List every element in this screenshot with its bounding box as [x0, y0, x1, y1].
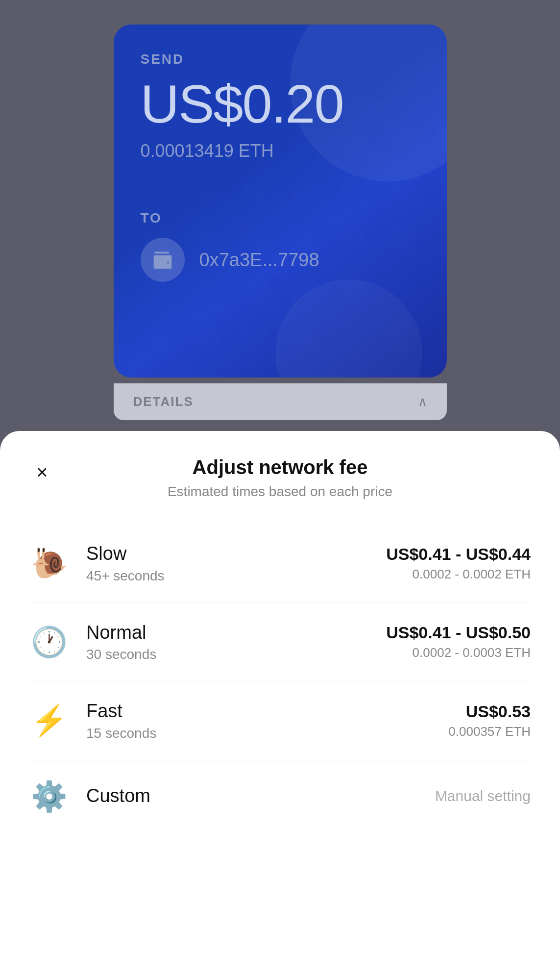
fee-price-usd-fast: US$0.53: [448, 702, 531, 721]
fee-name-normal: Normal: [86, 622, 386, 644]
fast-icon: ⚡: [29, 703, 69, 738]
details-bar[interactable]: DETAILS ∧: [114, 383, 447, 420]
close-button[interactable]: ×: [29, 459, 55, 485]
chevron-up-icon: ∧: [418, 394, 427, 409]
fee-price-slow: US$0.41 - US$0.44 0.0002 - 0.0002 ETH: [386, 545, 531, 582]
fee-price-eth-slow: 0.0002 - 0.0002 ETH: [386, 567, 531, 582]
slow-icon: 🐌: [29, 546, 69, 580]
sheet-subtitle: Estimated times based on each price: [29, 484, 531, 500]
fee-time-fast: 15 seconds: [86, 726, 448, 741]
wallet-icon-circle: [141, 238, 185, 282]
fee-option-fast[interactable]: ⚡ Fast 15 seconds US$0.53 0.000357 ETH: [29, 681, 531, 760]
send-label: SEND: [141, 51, 420, 67]
to-label: TO: [141, 210, 420, 226]
fee-price-usd-normal: US$0.41 - US$0.50: [386, 623, 531, 642]
sheet-header: × Adjust network fee Estimated times bas…: [29, 455, 531, 500]
fee-info-fast: Fast 15 seconds: [86, 700, 448, 741]
fee-price-eth-fast: 0.000357 ETH: [448, 724, 531, 739]
fee-price-custom: Manual setting: [435, 788, 531, 804]
wallet-icon: [152, 249, 173, 271]
fee-info-custom: Custom: [86, 785, 435, 807]
fee-name-custom: Custom: [86, 785, 435, 807]
sheet-title: Adjust network fee: [29, 455, 531, 479]
fee-name-slow: Slow: [86, 543, 386, 565]
normal-icon: 🕐: [29, 625, 69, 659]
fee-price-normal: US$0.41 - US$0.50 0.0002 - 0.0003 ETH: [386, 623, 531, 660]
fee-time-normal: 30 seconds: [86, 647, 386, 662]
send-amount-eth: 0.00013419 ETH: [141, 141, 420, 161]
details-label: DETAILS: [133, 394, 194, 409]
send-card: SEND US$0.20 0.00013419 ETH TO 0x7a3E...…: [114, 25, 447, 377]
fee-price-eth-normal: 0.0002 - 0.0003 ETH: [386, 645, 531, 660]
fee-option-slow[interactable]: 🐌 Slow 45+ seconds US$0.41 - US$0.44 0.0…: [29, 524, 531, 603]
fee-price-fast: US$0.53 0.000357 ETH: [448, 702, 531, 739]
fee-option-normal[interactable]: 🕐 Normal 30 seconds US$0.41 - US$0.50 0.…: [29, 603, 531, 682]
fee-info-slow: Slow 45+ seconds: [86, 543, 386, 584]
fee-options-list: 🐌 Slow 45+ seconds US$0.41 - US$0.44 0.0…: [29, 524, 531, 832]
fee-info-normal: Normal 30 seconds: [86, 622, 386, 663]
send-amount-usd: US$0.20: [141, 77, 420, 131]
custom-icon: ⚙️: [29, 779, 69, 814]
recipient-row: 0x7a3E...7798: [141, 238, 420, 282]
bottom-sheet: × Adjust network fee Estimated times bas…: [0, 431, 560, 980]
sheet-title-block: Adjust network fee Estimated times based…: [29, 455, 531, 500]
fee-time-slow: 45+ seconds: [86, 568, 386, 584]
recipient-address: 0x7a3E...7798: [199, 250, 319, 271]
fee-option-custom[interactable]: ⚙️ Custom Manual setting: [29, 760, 531, 832]
fee-price-usd-slow: US$0.41 - US$0.44: [386, 545, 531, 564]
fee-price-manual-custom: Manual setting: [435, 788, 531, 804]
fee-name-fast: Fast: [86, 700, 448, 723]
